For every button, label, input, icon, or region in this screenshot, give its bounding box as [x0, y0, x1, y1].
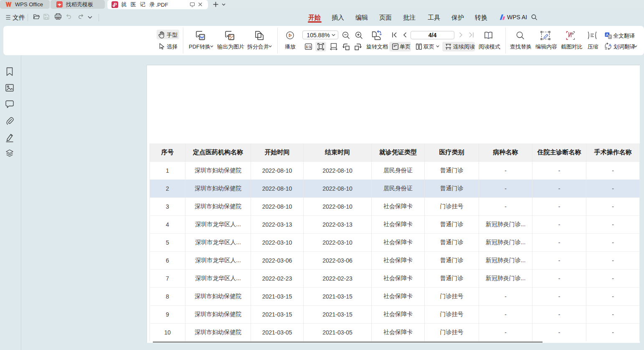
svg-text:A: A: [609, 43, 611, 47]
svg-text:1:1: 1:1: [306, 45, 311, 49]
svg-text:A: A: [606, 33, 609, 37]
